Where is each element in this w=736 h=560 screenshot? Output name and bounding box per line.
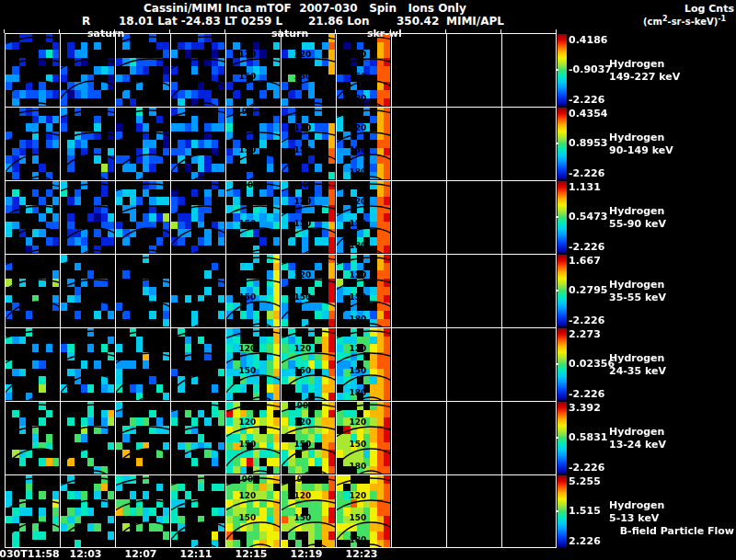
time-tick-label: 030T11:58: [0, 549, 60, 559]
spectrogram-row-mosaic-13-24 keV: [5, 401, 557, 474]
spectrogram-row-mosaic-5-13 keV: [5, 474, 557, 548]
colorbar: [558, 475, 567, 547]
colorbar-mid-tick: [556, 363, 558, 365]
grid-top-tick: [4, 29, 5, 33]
page-title: Cassini/MIMI Inca mTOF 2007-030 Spin Ion…: [144, 3, 466, 14]
sky-annotation-skr-wl: skr-wl: [367, 29, 402, 39]
colorbar-max-label: 5.255: [569, 476, 601, 486]
instrument-org-label: MIMI/APL: [446, 16, 504, 27]
colorbar-mid-tick: [556, 143, 558, 144]
colorbar-mid-tick: [556, 290, 558, 291]
time-tick-label: 12:15: [235, 549, 267, 559]
species-label: Hydrogen: [609, 427, 664, 437]
grid-top-tick: [556, 29, 557, 33]
time-tick-label: 12:19: [290, 549, 322, 559]
colorbar-min-label: -2.226: [569, 168, 604, 178]
time-tick-label: 12:07: [124, 549, 156, 559]
ephemeris-r-label: R: [82, 16, 90, 27]
energy-band-label: 5-13 keV: [609, 513, 659, 523]
ephemeris-lon-value: 350.42: [397, 16, 439, 27]
colorbar-max-label: 2.273: [569, 329, 601, 339]
colorbar-units-title: Log Cnts: [684, 4, 734, 14]
species-label: Hydrogen: [609, 59, 664, 69]
units-part2: -sr-s-keV): [668, 17, 719, 27]
colorbar-min-label: -2.226: [569, 315, 604, 326]
grid-top-tick: [335, 29, 336, 33]
colorbar-min-label: -2.226: [569, 95, 604, 105]
grid-top-tick: [224, 29, 225, 33]
energy-band-label: 90-149 keV: [609, 145, 673, 155]
time-tick-label: 12:23: [345, 549, 377, 559]
colorbar-mid-tick: [556, 216, 558, 218]
colorbar: [558, 328, 567, 400]
colorbar-mid-label: 0.5831: [569, 432, 607, 442]
energy-band-label: 55-90 keV: [609, 219, 666, 229]
colorbar-mid-tick: [556, 69, 558, 71]
grid-top-tick: [169, 29, 170, 33]
colorbar-mid-label: -0.9037: [569, 64, 612, 74]
sky-annotation-saturn: saturn: [87, 29, 124, 39]
colorbar-min-label: -2.226: [569, 242, 604, 252]
species-label: Hydrogen: [609, 132, 664, 143]
spectrogram-row-mosaic-35-55 keV: [5, 254, 557, 327]
ephemeris-lon-label: 21.86 Lon: [308, 16, 370, 27]
energy-band-label: 35-55 keV: [609, 292, 666, 303]
time-tick-label: 12:03: [69, 549, 101, 559]
cassini-mimi-spectrogram-window: Cassini/MIMI Inca mTOF 2007-030 Spin Ion…: [0, 0, 736, 560]
colorbar-max-label: 0.4186: [569, 35, 607, 45]
colorbar: [558, 255, 567, 326]
grid-top-tick: [500, 29, 501, 33]
colorbar-mid-tick: [556, 510, 558, 512]
colorbar-mid-label: 1.515: [569, 506, 601, 516]
energy-band-label: 13-24 keV: [609, 440, 666, 450]
spectrogram-row-mosaic-149-227 keV: [5, 33, 557, 107]
units-exp2: -1: [718, 15, 726, 23]
spectrogram-row-mosaic-24-35 keV: [5, 327, 557, 401]
colorbar-mid-label: 0.2795: [569, 285, 607, 295]
grid-top-tick: [59, 29, 60, 33]
colorbar-max-label: 1.131: [569, 182, 601, 192]
species-label: Hydrogen: [609, 280, 664, 290]
colorbar-max-label: 3.392: [569, 403, 601, 413]
units-part1: (cm: [643, 17, 662, 27]
ephemeris-r-lat-lt: 18.01 Lat -24.83 LT 0259 L: [119, 16, 282, 27]
colorbar-min-label: 2.226: [569, 536, 601, 546]
colorbar-max-label: 1.667: [569, 256, 601, 266]
colorbar-mid-label: 0.02356: [569, 359, 615, 369]
grid-top-tick: [445, 29, 446, 33]
spectrogram-row-mosaic-55-90 keV: [5, 180, 557, 254]
colorbar: [558, 181, 567, 253]
time-tick-label: 12:11: [179, 549, 212, 559]
colorbar-max-label: 0.4354: [569, 109, 607, 119]
species-label: Hydrogen: [609, 206, 664, 216]
colorbar: [558, 34, 567, 106]
species-label: Hydrogen: [609, 500, 664, 510]
energy-band-label: 24-35 keV: [609, 366, 666, 376]
sky-annotation-saturn: saturn: [271, 29, 308, 39]
colorbar-min-label: -2.226: [569, 463, 604, 473]
colorbar: [558, 108, 567, 179]
colorbar-mid-tick: [556, 437, 558, 439]
colorbar-min-label: -2.226: [569, 389, 604, 399]
colorbar-mid-label: 0.5473: [569, 211, 607, 222]
colorbar-mid-label: 0.8953: [569, 138, 607, 148]
spectrogram-row-mosaic-90-149 keV: [5, 107, 557, 180]
species-label: Hydrogen: [609, 353, 664, 363]
energy-band-label: 149-227 keV: [609, 72, 680, 82]
bfield-flow-label: B-field Particle Flow: [620, 526, 734, 536]
colorbar-units-formula: (cm2-sr-s-keV)-1: [643, 16, 726, 27]
colorbar: [558, 402, 567, 474]
